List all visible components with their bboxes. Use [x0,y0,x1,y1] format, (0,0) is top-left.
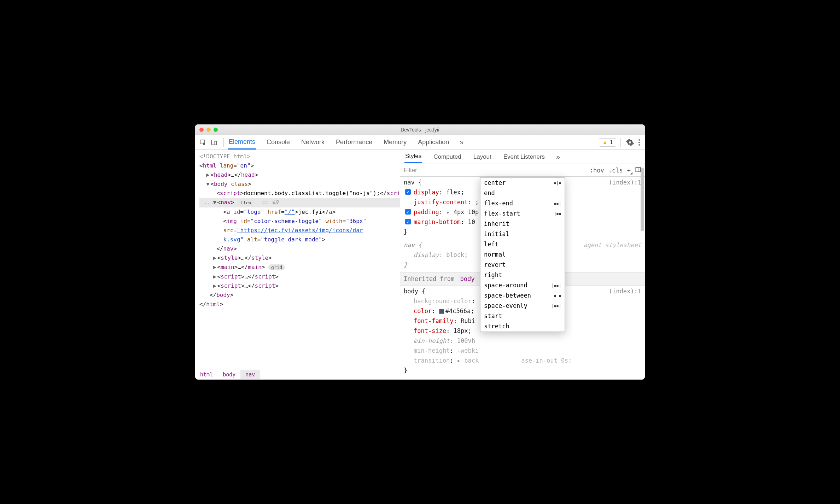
rule-origin-ua: agent stylesheet [583,240,641,250]
more-side-tabs-icon[interactable]: » [556,153,560,161]
tab-performance[interactable]: Performance [335,136,373,149]
tab-elements[interactable]: Elements [228,135,256,150]
autocomplete-option[interactable]: center▪|▪ [480,178,565,188]
warnings-badge[interactable]: ▲ 1 [599,138,616,147]
settings-icon[interactable] [625,137,635,147]
divider [620,138,621,147]
filter-tools: :hov .cls +◢ [586,164,645,176]
hov-toggle[interactable]: :hov [590,167,604,174]
crumb-nav[interactable]: nav [240,370,260,379]
color-swatch-icon[interactable] [439,309,444,314]
layout-badge[interactable]: flex [238,200,254,206]
inspect-element-icon[interactable] [198,137,208,147]
option-label: flex-end [484,198,513,209]
svg-rect-3 [636,168,641,172]
flex-preview-icon: ▪ ▪ [554,291,561,301]
flex-preview-icon: ▪|▪ [554,178,561,188]
devtools-window: DevTools - jec.fyi/ Elements Console Net… [195,124,645,380]
option-label: center [484,178,506,188]
titlebar: DevTools - jec.fyi/ [195,124,645,135]
rule-origin-link[interactable]: (index):1 [609,286,641,296]
option-label: inherit [484,219,509,229]
autocomplete-option[interactable]: space-evenly|▪▪| [480,301,565,311]
crumb-body[interactable]: body [218,370,240,379]
flex-preview-icon: |▪▪| [552,280,561,291]
tab-styles[interactable]: Styles [404,151,422,163]
divider [223,138,224,147]
option-label: right [484,270,502,280]
autocomplete-option[interactable]: flex-end▪▪| [480,198,565,209]
warnings-count: 1 [610,139,613,146]
option-label: space-around [484,280,527,291]
flex-preview-icon: ▪▪| [554,198,561,209]
brace: } [404,365,641,375]
main-toolbar: Elements Console Network Performance Mem… [195,135,645,150]
tab-network[interactable]: Network [301,136,325,149]
new-rule-icon[interactable]: +◢ [627,167,631,174]
autocomplete-option[interactable]: revert [480,260,565,270]
toggle-checkbox[interactable] [405,189,411,195]
autocomplete-option[interactable]: start [480,311,565,321]
scrollbar-thumb[interactable] [641,168,644,231]
option-label: left [484,239,498,250]
tab-application[interactable]: Application [417,136,450,149]
cls-toggle[interactable]: .cls [608,167,623,174]
autocomplete-option[interactable]: normal [480,250,565,260]
autocomplete-option[interactable]: initial [480,229,565,239]
option-label: stretch [484,321,509,332]
dom-tree[interactable]: <!DOCTYPE html> <html lang="en"> ▶<head>… [195,150,400,369]
warning-icon: ▲ [602,139,608,146]
crumb-html[interactable]: html [195,370,218,379]
flex-preview-icon: |▪▪| [552,301,561,311]
svg-rect-2 [214,141,217,145]
styles-panel: Styles Computed Layout Event Listeners »… [400,150,645,380]
declaration-overridden[interactable]: min-height: 100vh [404,336,641,346]
device-toolbar-icon[interactable] [209,137,219,147]
inherited-from-node[interactable]: body [458,275,477,283]
breadcrumbs: html body nav [195,369,400,380]
split-view: <!DOCTYPE html> <html lang="en"> ▶<head>… [195,150,645,380]
declaration[interactable]: transition: ▸ backase-in-out 0s; [404,356,641,365]
rule-origin-link[interactable]: (index):1 [609,177,641,187]
declaration[interactable]: min-height: -webki [404,346,641,356]
tab-event-listeners[interactable]: Event Listeners [503,151,546,163]
more-tabs-icon[interactable]: » [460,138,463,146]
option-label: start [484,311,502,321]
autocomplete-option[interactable]: space-around|▪▪| [480,280,565,291]
option-label: normal [484,250,506,260]
option-label: initial [484,229,509,239]
css-value-autocomplete[interactable]: center▪|▪endflex-end▪▪|flex-start|▪▪inhe… [480,177,565,332]
flex-preview-icon: |▪▪ [554,209,561,219]
elements-panel: <!DOCTYPE html> <html lang="en"> ▶<head>… [195,150,400,380]
autocomplete-option[interactable]: left [480,239,565,250]
option-label: space-evenly [484,301,527,311]
doctype: <!DOCTYPE html> [199,153,251,160]
autocomplete-option[interactable]: space-between▪ ▪ [480,291,565,301]
tab-console[interactable]: Console [266,136,291,149]
toggle-checkbox[interactable] [405,209,411,215]
autocomplete-option[interactable]: inherit [480,219,565,229]
tab-memory[interactable]: Memory [383,136,407,149]
tab-layout[interactable]: Layout [473,151,492,163]
autocomplete-option[interactable]: stretch [480,321,565,332]
autocomplete-option[interactable]: flex-start|▪▪ [480,209,565,219]
tab-computed[interactable]: Computed [433,151,462,163]
option-label: revert [484,260,506,270]
toggle-checkbox[interactable] [405,219,411,224]
filter-input[interactable] [400,167,586,174]
option-label: space-between [484,291,531,301]
option-label: end [484,188,495,198]
selected-node: ▼<nav> flex == $0 [199,198,400,207]
window-title: DevTools - jec.fyi/ [195,127,645,133]
scrollbar[interactable] [641,168,644,379]
autocomplete-option[interactable]: end [480,188,565,198]
main-tabs: Elements Console Network Performance Mem… [228,135,463,150]
layout-badge[interactable]: grid [268,264,285,270]
autocomplete-option[interactable]: right [480,270,565,280]
filter-row: :hov .cls +◢ [400,164,645,177]
option-label: flex-start [484,209,520,219]
more-options-icon[interactable] [636,139,642,146]
side-tabs: Styles Computed Layout Event Listeners » [400,150,645,164]
